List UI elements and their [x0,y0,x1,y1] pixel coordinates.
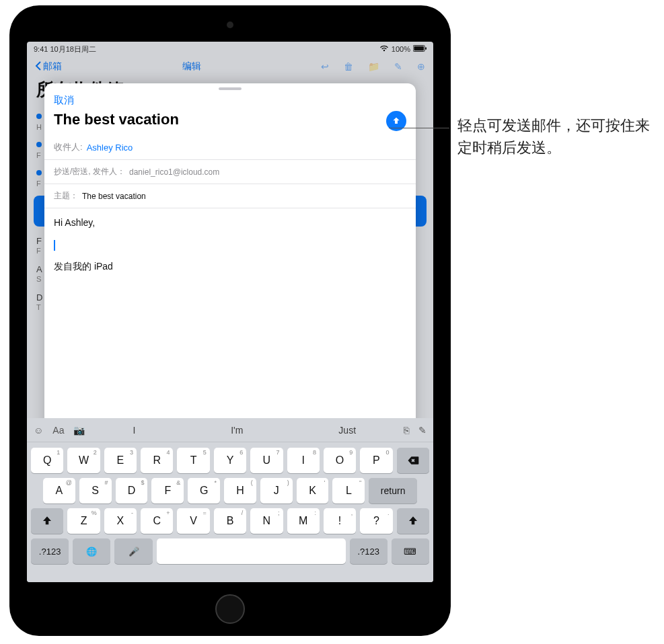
status-bar: 9:41 10月18日周二 100% [27,42,433,56]
subject-field[interactable]: 主题： The best vacation [44,184,416,208]
folder-icon: 📁 [368,61,379,72]
key-x[interactable]: -X [104,508,137,534]
suggestion-3[interactable]: Just [325,425,369,436]
shift-key-right[interactable] [397,508,429,534]
key-o[interactable]: 9O [324,448,356,473]
subject-value: The best vacation [82,192,146,201]
cc-field[interactable]: 抄送/密送, 发件人： daniel_rico1@icloud.com [44,160,416,184]
cc-value: daniel_rico1@icloud.com [129,167,219,177]
key-w[interactable]: 2W [67,448,100,473]
key-g[interactable]: *G [188,478,220,504]
callout-text: 轻点可发送邮件，还可按住来定时稍后发送。 [457,114,653,159]
key-row-4: .?123 🌐 🎤 .?123 ⌨︎ [31,538,429,564]
key-s[interactable]: #S [79,478,112,504]
svg-rect-2 [425,47,427,50]
emoji-icon[interactable]: ☺︎ [34,425,43,436]
key-v[interactable]: =V [177,508,209,534]
mic-key[interactable]: 🎤 [114,538,152,564]
key-p[interactable]: 0P [360,448,392,473]
markup-icon[interactable]: ✎ [418,425,427,436]
space-key[interactable] [157,538,346,564]
numbers-key-right[interactable]: .?123 [350,538,388,564]
shift-key[interactable] [31,508,63,534]
key-q[interactable]: 1Q [31,448,63,473]
key-qmark[interactable]: .? [360,508,392,534]
key-d[interactable]: $D [116,478,148,504]
subject-label: 主题： [54,190,78,202]
svg-rect-1 [414,46,424,50]
to-value: Ashley Rico [87,143,133,153]
sheet-grabber[interactable] [219,87,242,90]
key-r[interactable]: 4R [141,448,173,473]
key-b[interactable]: /B [214,508,246,534]
back-label: 邮箱 [43,61,62,73]
reply-icon: ↩︎ [321,61,329,72]
key-l[interactable]: "L [332,478,365,504]
more-icon: ⊕ [417,61,425,72]
text-cursor [54,240,55,251]
ipad-frame: 9:41 10月18日周二 100% 邮箱 编辑 [9,5,451,636]
body-signature: 发自我的 iPad [54,259,406,274]
screen: 9:41 10月18日周二 100% 邮箱 编辑 [27,42,433,582]
key-u[interactable]: 7U [250,448,283,473]
compose-icon: ✎ [394,61,402,72]
chevron-left-icon [35,61,42,73]
cancel-button[interactable]: 取消 [54,94,74,107]
format-icon[interactable]: Aa [52,425,64,436]
callout-leader-line [389,128,449,128]
key-n[interactable]: ;N [250,508,283,534]
suggestion-1[interactable]: I [119,425,149,436]
wifi-icon [379,45,389,53]
suggestion-bar: I I'm Just [85,425,404,436]
to-label: 收件人: [54,141,83,153]
battery-icon [413,45,427,53]
delete-key[interactable] [397,448,429,473]
key-i[interactable]: 8I [287,448,320,473]
status-time: 9:41 10月18日周二 [34,44,96,54]
cc-label: 抄送/密送, 发件人： [54,166,125,177]
camera-icon[interactable]: 📷 [73,425,85,436]
to-field[interactable]: 收件人: Ashley Rico [44,135,416,160]
key-row-1: 1Q2W3E4R5T6Y7U8I9O0P [31,448,429,473]
globe-key[interactable]: 🌐 [73,538,110,564]
key-row-3: %Z-X+C=V/B;N:M,!.? [31,508,429,534]
suggestion-2[interactable]: I'm [217,425,256,436]
return-key[interactable]: return [369,478,417,504]
arrow-up-icon [391,116,402,126]
key-row-2: @A#S$D&F*G(H)J'K"Lreturn [31,478,429,504]
compose-title: The best vacation [44,107,188,135]
edit-label: 编辑 [182,61,201,73]
keyboard-toolbar: ☺︎ Aa 📷 I I'm Just ⎘ ✎ [27,418,433,442]
key-excl[interactable]: ,! [324,508,356,534]
key-z[interactable]: %Z [67,508,100,534]
body-greeting: Hi Ashley, [54,215,406,230]
key-e[interactable]: 3E [104,448,137,473]
keyboard: ☺︎ Aa 📷 I I'm Just ⎘ ✎ 1Q2W3E4R5T6Y7U8I9… [27,418,433,582]
key-k[interactable]: 'K [297,478,329,504]
home-button[interactable] [215,594,245,624]
dismiss-keyboard-key[interactable]: ⌨︎ [392,538,429,564]
trash-icon: 🗑 [344,61,353,72]
key-h[interactable]: (H [224,478,256,504]
scan-icon[interactable]: ⎘ [404,425,409,436]
camera-dot [227,22,233,28]
battery-percent: 100% [392,45,410,53]
key-t[interactable]: 5T [177,448,209,473]
key-m[interactable]: :M [287,508,320,534]
numbers-key[interactable]: .?123 [31,538,69,564]
key-j[interactable]: )J [260,478,293,504]
key-c[interactable]: +C [141,508,173,534]
key-f[interactable]: &F [151,478,184,504]
key-y[interactable]: 6Y [214,448,246,473]
key-a[interactable]: @A [43,478,75,504]
